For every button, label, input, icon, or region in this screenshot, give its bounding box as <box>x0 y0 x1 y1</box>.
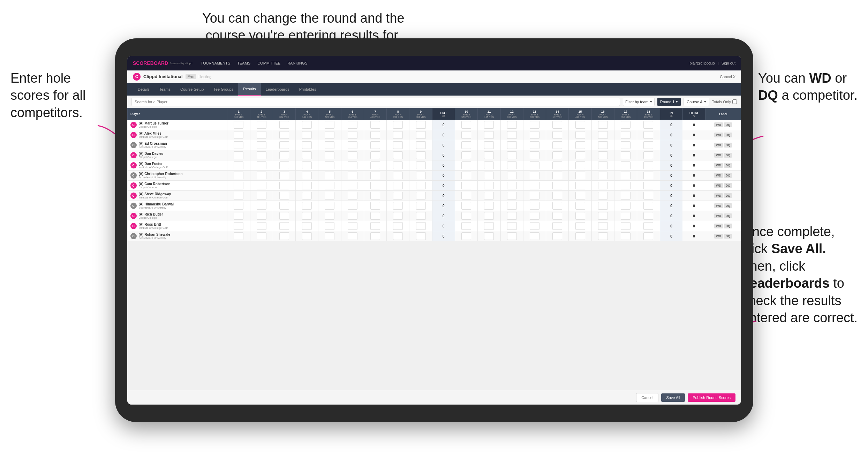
hole-score-input[interactable] <box>257 141 266 149</box>
dq-button[interactable]: DQ <box>724 173 732 178</box>
hole-score-input[interactable] <box>416 202 426 210</box>
wd-button[interactable]: WD <box>714 193 723 198</box>
hole-score-input[interactable] <box>393 202 403 210</box>
hole-score-input[interactable] <box>279 202 289 210</box>
cancel-top-button[interactable]: Cancel X <box>720 75 735 79</box>
hole-score-input[interactable] <box>279 172 289 179</box>
hole-score-input[interactable] <box>575 212 585 220</box>
hole-score-input[interactable] <box>507 151 517 159</box>
hole-score-input[interactable] <box>416 141 426 149</box>
hole-score-input[interactable] <box>234 121 243 129</box>
hole-score-input[interactable] <box>621 202 631 210</box>
hole-score-input[interactable] <box>575 121 585 129</box>
hole-score-input[interactable] <box>575 222 585 230</box>
hole-score-input[interactable] <box>234 172 243 179</box>
hole-score-input[interactable] <box>302 222 312 230</box>
hole-score-input[interactable] <box>416 172 426 179</box>
hole-score-input[interactable] <box>257 151 266 159</box>
hole-score-input[interactable] <box>393 222 403 230</box>
hole-score-input[interactable] <box>325 172 334 179</box>
hole-score-input[interactable] <box>234 161 243 169</box>
hole-score-input[interactable] <box>370 222 380 230</box>
hole-score-input[interactable] <box>507 172 517 179</box>
hole-score-input[interactable] <box>302 232 312 240</box>
hole-score-input[interactable] <box>643 121 653 129</box>
hole-score-input[interactable] <box>530 192 539 199</box>
hole-score-input[interactable] <box>416 182 426 189</box>
hole-score-input[interactable] <box>416 161 426 169</box>
hole-score-input[interactable] <box>621 222 631 230</box>
hole-score-input[interactable] <box>643 131 653 139</box>
hole-score-input[interactable] <box>348 192 357 199</box>
hole-score-input[interactable] <box>348 222 357 230</box>
wd-button[interactable]: WD <box>714 133 723 137</box>
wd-button[interactable]: WD <box>714 143 723 148</box>
hole-score-input[interactable] <box>598 202 608 210</box>
wd-button[interactable]: WD <box>714 234 723 239</box>
nav-committee[interactable]: COMMITTEE <box>257 61 280 65</box>
hole-score-input[interactable] <box>575 172 585 179</box>
hole-score-input[interactable] <box>575 131 585 139</box>
hole-score-input[interactable] <box>348 172 357 179</box>
hole-score-input[interactable] <box>530 212 539 220</box>
hole-score-input[interactable] <box>370 202 380 210</box>
publish-button[interactable]: Publish Round Scores <box>688 393 735 402</box>
dq-button[interactable]: DQ <box>724 203 732 208</box>
hole-score-input[interactable] <box>484 141 494 149</box>
cancel-button[interactable]: Cancel <box>636 393 658 402</box>
hole-score-input[interactable] <box>552 141 562 149</box>
hole-score-input[interactable] <box>643 151 653 159</box>
hole-score-input[interactable] <box>621 172 631 179</box>
hole-score-input[interactable] <box>484 161 494 169</box>
dq-button[interactable]: DQ <box>724 163 732 168</box>
hole-score-input[interactable] <box>461 222 471 230</box>
hole-score-input[interactable] <box>575 202 585 210</box>
hole-score-input[interactable] <box>279 161 289 169</box>
hole-score-input[interactable] <box>598 131 608 139</box>
hole-score-input[interactable] <box>507 131 517 139</box>
hole-score-input[interactable] <box>257 232 266 240</box>
hole-score-input[interactable] <box>621 161 631 169</box>
hole-score-input[interactable] <box>598 172 608 179</box>
hole-score-input[interactable] <box>348 182 357 189</box>
hole-score-input[interactable] <box>234 222 243 230</box>
hole-score-input[interactable] <box>279 141 289 149</box>
hole-score-input[interactable] <box>302 161 312 169</box>
hole-score-input[interactable] <box>598 222 608 230</box>
hole-score-input[interactable] <box>507 232 517 240</box>
hole-score-input[interactable] <box>643 192 653 199</box>
hole-score-input[interactable] <box>552 182 562 189</box>
hole-score-input[interactable] <box>643 232 653 240</box>
hole-score-input[interactable] <box>643 202 653 210</box>
hole-score-input[interactable] <box>552 202 562 210</box>
hole-score-input[interactable] <box>530 232 539 240</box>
hole-score-input[interactable] <box>643 161 653 169</box>
hole-score-input[interactable] <box>507 141 517 149</box>
wd-button[interactable]: WD <box>714 213 723 218</box>
hole-score-input[interactable] <box>484 131 494 139</box>
hole-score-input[interactable] <box>552 232 562 240</box>
hole-score-input[interactable] <box>393 182 403 189</box>
hole-score-input[interactable] <box>393 212 403 220</box>
hole-score-input[interactable] <box>234 131 243 139</box>
hole-score-input[interactable] <box>643 172 653 179</box>
hole-score-input[interactable] <box>325 121 334 129</box>
hole-score-input[interactable] <box>325 192 334 199</box>
hole-score-input[interactable] <box>643 182 653 189</box>
tab-printables[interactable]: Printables <box>294 83 321 96</box>
hole-score-input[interactable] <box>234 192 243 199</box>
round-dropdown[interactable]: Round 1 ▾ <box>657 98 681 106</box>
hole-score-input[interactable] <box>370 161 380 169</box>
hole-score-input[interactable] <box>621 131 631 139</box>
hole-score-input[interactable] <box>552 212 562 220</box>
hole-score-input[interactable] <box>530 151 539 159</box>
hole-score-input[interactable] <box>507 182 517 189</box>
hole-score-input[interactable] <box>484 212 494 220</box>
hole-score-input[interactable] <box>461 182 471 189</box>
nav-rankings[interactable]: RANKINGS <box>287 61 307 65</box>
tab-results[interactable]: Results <box>238 83 261 96</box>
hole-score-input[interactable] <box>257 182 266 189</box>
wd-button[interactable]: WD <box>714 163 723 168</box>
hole-score-input[interactable] <box>234 141 243 149</box>
hole-score-input[interactable] <box>325 182 334 189</box>
